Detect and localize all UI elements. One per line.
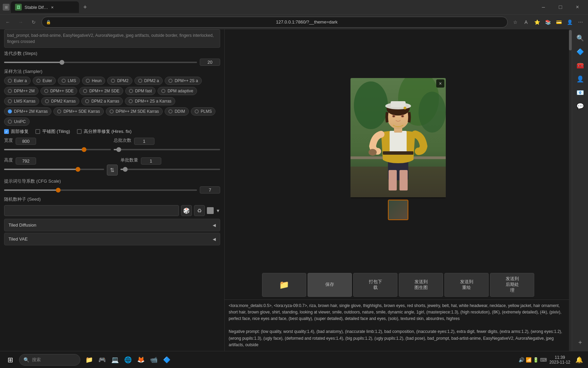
sampler-dpm2msdekarras[interactable]: DPM++ 2M SDE Karras (106, 107, 163, 116)
url-box[interactable]: 🔒 127.0.0.1:7860/?__theme=dark (42, 17, 508, 28)
tray-icon-2[interactable]: 📶 (526, 357, 532, 363)
sampler-euler-a[interactable]: Euler a (4, 77, 31, 85)
back-btn[interactable]: ← (3, 17, 13, 27)
total-slider[interactable] (114, 146, 220, 153)
sidebar-add-icon[interactable]: ＋ (574, 336, 586, 348)
width-thumb[interactable] (82, 147, 86, 152)
taskbar-edge[interactable]: 🌐 (122, 353, 134, 366)
taskbar-file-explorer[interactable]: 📁 (83, 353, 95, 366)
tab-close-btn[interactable]: × (51, 5, 75, 10)
taskbar-app-6[interactable]: 📹 (148, 353, 160, 366)
sidebar-tools-icon[interactable]: 🧰 (574, 59, 586, 72)
folder-btn[interactable]: 📁 (262, 273, 306, 297)
sidebar-discover-icon[interactable]: 🔷 (574, 46, 586, 58)
steps-slider[interactable] (4, 62, 197, 63)
active-tab[interactable]: 🖼 Stable Diffusion × (11, 1, 79, 13)
sampler-unipc[interactable]: UniPC (4, 118, 30, 126)
seed-dropdown-btn[interactable]: ▼ (216, 208, 220, 213)
sampler-dpm2sa[interactable]: DPM++ 2S a (165, 77, 202, 85)
sampler-dpm2[interactable]: DPM2 (107, 77, 132, 85)
translate-icon[interactable]: A (521, 17, 531, 27)
sidebar-wechat-icon[interactable]: 💬 (574, 100, 586, 112)
sampler-euler[interactable]: Euler (33, 77, 56, 85)
sampler-dpm2mkarras[interactable]: DPM++ 2M Karras (4, 107, 51, 116)
taskbar-app-2[interactable]: 🎮 (96, 353, 108, 366)
batch-value[interactable]: 1 (141, 157, 161, 165)
negative-prompt-display[interactable]: bad_prompt, bad-artist-anime, EasyNegati… (4, 29, 220, 48)
face-restore-checkbox[interactable]: ✓ 面部修复 (4, 128, 29, 135)
height-slider[interactable] (4, 166, 104, 173)
steps-thumb[interactable] (60, 60, 64, 65)
hires-checkbox[interactable]: 高分辨率修复 (Hires. fix) (77, 128, 132, 135)
total-thumb[interactable] (116, 147, 121, 152)
settings-icon[interactable]: ⋯ (576, 17, 585, 27)
width-value[interactable]: 800 (16, 138, 36, 145)
download-btn[interactable]: 打包下载 (353, 273, 397, 297)
seed-input[interactable] (4, 205, 179, 216)
start-button[interactable]: ⊞ (3, 353, 18, 366)
tiled-diffusion-header[interactable]: Tiled Diffusion ◀ (4, 219, 220, 231)
profile-icon[interactable]: 👤 (565, 17, 574, 27)
tray-icon-3[interactable]: 🔋 (533, 357, 539, 363)
collections-icon[interactable]: 📚 (543, 17, 553, 27)
notification-btn[interactable]: 🔔 (573, 353, 585, 366)
forward-btn[interactable]: → (16, 17, 26, 27)
batch-thumb[interactable] (123, 167, 128, 172)
taskbar-app-5[interactable]: 🦊 (135, 353, 147, 366)
width-slider[interactable] (4, 146, 111, 153)
tiling-checkbox[interactable]: 平铺图 (Tiling) (35, 128, 70, 135)
sidebar-search-icon[interactable]: 🔍 (574, 32, 586, 44)
close-image-btn[interactable]: × (436, 79, 444, 88)
height-thumb[interactable] (76, 167, 80, 172)
refresh-btn[interactable]: ↻ (29, 17, 39, 27)
sampler-heun[interactable]: Heun (82, 77, 105, 85)
sampler-dpm2sakarras[interactable]: DPM++ 2S a Karras (125, 97, 175, 105)
img2img-btn[interactable]: 发送到图生图 (399, 273, 443, 297)
sampler-dpm2karras[interactable]: DPM2 Karras (41, 97, 79, 105)
steps-value[interactable]: 20 (200, 59, 220, 66)
sampler-ddim[interactable]: DDIM (165, 107, 189, 116)
sampler-dpmfast[interactable]: DPM fast (125, 87, 156, 95)
minimize-btn[interactable]: – (536, 1, 551, 13)
sampler-lms[interactable]: LMS (58, 77, 80, 85)
thumbnail-0[interactable] (388, 200, 408, 220)
total-value[interactable]: 1 (134, 138, 154, 145)
new-tab-btn[interactable]: + (80, 2, 90, 12)
batch-slider[interactable] (120, 166, 220, 173)
favorites-icon[interactable]: ⭐ (532, 17, 542, 27)
cfg-slider[interactable] (4, 189, 197, 191)
sampler-dpm2msde[interactable]: DPM++ 2M SDE (79, 87, 123, 95)
sampler-dpm2m[interactable]: DPM++ 2M (4, 87, 38, 95)
sampler-lmskarras[interactable]: LMS Karras (4, 97, 39, 105)
taskbar-search[interactable]: 🔍 搜索 (19, 354, 80, 366)
taskbar-app-7[interactable]: 🔷 (161, 353, 173, 366)
wallet-icon[interactable]: 💳 (554, 17, 564, 27)
sampler-dpm2a[interactable]: DPM2 a (134, 77, 163, 85)
sidebar-outlook-icon[interactable]: 📧 (574, 87, 586, 99)
tray-icon-1[interactable]: 🔊 (519, 357, 524, 363)
close-btn[interactable]: × (570, 1, 585, 13)
save-btn[interactable]: 保存 (308, 273, 352, 297)
extras-btn[interactable]: 发送到后期处理 (490, 273, 534, 297)
seed-recycle-btn[interactable]: ♻ (194, 205, 205, 216)
sampler-plms[interactable]: PLMS (191, 107, 216, 116)
clock[interactable]: 11:39 2023-11-12 (550, 355, 570, 365)
extensions-icon[interactable]: ☆ (510, 17, 520, 27)
sampler-dpmsdekarras[interactable]: DPM++ SDE Karras (53, 107, 103, 116)
seed-dice-btn[interactable]: 🎲 (181, 205, 192, 216)
sampler-dpmadaptive[interactable]: DPM adaptive (158, 87, 197, 95)
cfg-value[interactable]: 7 (200, 186, 220, 194)
maximize-btn[interactable]: □ (553, 1, 568, 13)
cfg-thumb[interactable] (56, 188, 61, 193)
swap-dimensions-btn[interactable]: ⇅ (107, 165, 118, 175)
inpaint-btn[interactable]: 发送到重绘 (444, 273, 489, 297)
browser-menu-icon[interactable]: ⊞ (3, 4, 10, 11)
taskbar-app-3[interactable]: 💻 (109, 353, 121, 366)
sampler-dpm2akarras[interactable]: DPM2 a Karras (81, 97, 123, 105)
options-row: ✓ 面部修复 平铺图 (Tiling) 高分辨率修复 (Hires. fix) (4, 128, 220, 135)
height-value[interactable]: 792 (16, 157, 36, 165)
sampler-dpmsde[interactable]: DPM++ SDE (40, 87, 78, 95)
tiled-vae-header[interactable]: Tiled VAE ◀ (4, 233, 220, 245)
sidebar-people-icon[interactable]: 👤 (574, 73, 586, 85)
tray-icon-4[interactable]: ⌨ (540, 357, 547, 363)
